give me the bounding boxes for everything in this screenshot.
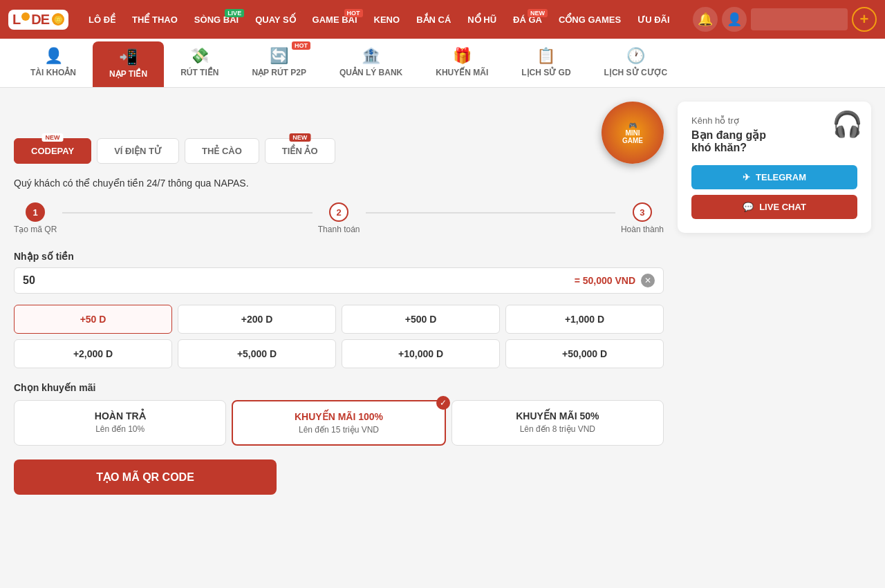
notification-button[interactable]: 🔔 [693,7,718,32]
ruttien-icon: 💸 [190,47,209,65]
taikhoan-label: TÀI KHOẢN [30,68,76,77]
amount-clear-button[interactable]: ✕ [641,274,655,287]
second-navigation: 👤 TÀI KHOẢN 📲 NẠP TIỀN 💸 RÚT TIỀN HOT 🔄 … [0,39,885,88]
logo-coin: 🪙 [52,13,64,26]
nav-item-quayso[interactable]: QUAY SỐ [248,10,302,29]
history-icon: 📋 [537,47,555,65]
nav-item-nohu[interactable]: NỔ HŨ [460,10,503,29]
nav-item-songbai[interactable]: SÒNG BÀI LIVE [187,10,245,29]
nav-badge-live: LIVE [225,9,244,17]
tab-thecao[interactable]: THẺ CÀO [185,138,259,164]
user-button[interactable]: 👤 [722,7,747,32]
naptien-label: NẠP TIỀN [109,69,147,79]
sec-nav-naptien[interactable]: 📲 NẠP TIỀN [93,41,164,87]
sec-nav-naprutp2p[interactable]: HOT 🔄 NẠP RÚT P2P [235,40,322,86]
livechat-button[interactable]: 💬 LIVE CHAT [691,195,857,219]
bank-label: QUẢN LÝ BANK [339,68,402,77]
promo-icon: 🎁 [453,47,472,65]
amount-vnd: = 50,000 VND [575,275,635,286]
quick-amounts: +50 D +200 D +500 D +1,000 D +2,000 D +5… [14,305,664,368]
taikhoan-icon: 👤 [44,47,63,65]
steps-row: 1 Tạo mã QR 2 Thanh toán 3 Hoàn thành [14,202,664,234]
tab-vidigienten[interactable]: VÍ ĐIỆN TỬ [97,138,179,164]
support-card: 🎧 Kênh hỗ trợ Bạn đang gặpkhó khăn? ✈ TE… [678,102,871,233]
sec-nav-lichsugd[interactable]: 📋 LỊCH SỬ GD [505,40,587,86]
telegram-button[interactable]: ✈ TELEGRAM [691,165,857,189]
info-text: Quý khách có thể chuyển tiền 24/7 thông … [14,178,664,189]
logo-dot [21,12,30,21]
sec-nav-taikhoan[interactable]: 👤 TÀI KHOẢN [14,40,93,86]
nav-item-thethao[interactable]: THỂ THAO [125,10,185,29]
promo-100-title: KHUYẾN MÃI 100% [244,411,433,422]
promo-50-title: KHUYẾN MÃI 50% [463,410,652,421]
bank-icon: 🏦 [362,47,380,65]
promo-100-sub: Lên đến 15 triệu VND [244,425,433,435]
naptien-icon: 📲 [119,48,138,66]
promo-100-check: ✓ [436,396,450,410]
p2p-icon: 🔄 [270,47,288,65]
quick-btn-50[interactable]: +50 D [14,305,172,334]
livechat-label: LIVE CHAT [759,202,806,212]
mini-game-label: 🎮MINIGAME [622,122,643,144]
main-content: NEW CODEPAY VÍ ĐIỆN TỬ THẺ CÀO NEW TIỀN … [0,88,885,509]
nav-item-banca[interactable]: BẮN CÁ [409,10,458,29]
quick-btn-10000[interactable]: +10,000 D [342,339,500,368]
tab-tienao[interactable]: NEW TIỀN ẢO [265,138,335,164]
livechat-icon: 💬 [743,202,754,212]
logo-text2: DE [31,12,49,28]
nav-item-daga[interactable]: ĐÁ GÀ NEW [506,10,549,29]
ruttien-label: RÚT TIỀN [180,68,218,77]
nav-item-keno[interactable]: KENO [367,10,407,29]
quick-btn-2000[interactable]: +2,000 D [14,339,172,368]
lichsucuoc-label: LỊCH SỬ CƯỢC [604,68,668,77]
support-headset-icon: 🎧 [832,110,863,139]
user-input[interactable] [751,8,848,30]
step-2-circle: 2 [329,202,348,222]
codepay-badge: NEW [42,133,64,142]
sec-nav-quanlybank[interactable]: 🏦 QUẢN LÝ BANK [323,40,419,86]
payment-tabs: NEW CODEPAY VÍ ĐIỆN TỬ THẺ CÀO NEW TIỀN … [14,102,664,164]
promo-row: HOÀN TRẢ Lên đến 10% ✓ KHUYẾN MÃI 100% L… [14,400,664,446]
quick-btn-200[interactable]: +200 D [178,305,336,334]
step-1: 1 Tạo mã QR [14,202,57,234]
promo-hoantra[interactable]: HOÀN TRẢ Lên đến 10% [14,400,226,446]
nav-item-lode[interactable]: LÔ ĐỀ [82,10,122,29]
sec-nav-khuyenmai[interactable]: 🎁 KHUYẾN MÃI [419,40,505,86]
p2p-badge: HOT [292,41,310,50]
left-panel: NEW CODEPAY VÍ ĐIỆN TỬ THẺ CÀO NEW TIỀN … [14,102,664,495]
tienao-label: TIỀN ẢO [282,146,318,156]
quick-btn-5000[interactable]: +5,000 D [178,339,336,368]
top-navigation: L DE 🪙 LÔ ĐỀ THỂ THAO SÒNG BÀI LIVE QUAY… [0,0,885,39]
vidientu-label: VÍ ĐIỆN TỬ [114,146,162,156]
quick-btn-500[interactable]: +500 D [342,305,500,334]
quick-btn-50000[interactable]: +50,000 D [505,339,664,368]
add-button[interactable]: + [852,7,877,32]
tab-codepay[interactable]: NEW CODEPAY [14,138,91,164]
mini-game-area[interactable]: 🎮MINIGAME [602,102,664,164]
nav-item-uudai[interactable]: ƯU ĐÃI [631,10,676,29]
amount-input[interactable] [23,274,569,287]
step-3-circle: 3 [633,202,652,222]
quick-btn-1000[interactable]: +1,000 D [505,305,664,334]
promo-hoantra-sub: Lên đến 10% [26,424,214,434]
promo-50-sub: Lên đến 8 triệu VND [463,424,652,434]
submit-button[interactable]: TẠO MÃ QR CODE [14,459,277,495]
promo-50[interactable]: KHUYẾN MÃI 50% Lên đến 8 triệu VND [451,400,664,446]
nav-item-gamebai[interactable]: GAME BÀI HOT [306,10,364,29]
logo[interactable]: L DE 🪙 [8,10,71,30]
step-3: 3 Hoàn thành [621,202,664,234]
step-1-circle: 1 [26,202,45,222]
sec-nav-ruttien[interactable]: 💸 RÚT TIỀN [164,40,235,86]
p2p-label: NẠP RÚT P2P [252,68,306,77]
promo-hoantra-title: HOÀN TRẢ [26,410,214,421]
mini-game-circle[interactable]: 🎮MINIGAME [602,102,664,164]
telegram-label: TELEGRAM [756,172,806,182]
nav-item-conggames[interactable]: CỔNG GAMES [552,10,628,29]
logo-text: L [12,12,20,28]
codepay-label: CODEPAY [31,146,74,156]
sec-nav-lichsucuoc[interactable]: 🕐 LỊCH SỬ CƯỢC [588,40,684,86]
promo-label: KHUYẾN MÃI [436,68,488,77]
thecao-label: THẺ CÀO [202,146,242,156]
step-3-label: Hoàn thành [621,225,664,234]
promo-100[interactable]: ✓ KHUYẾN MÃI 100% Lên đến 15 triệu VND [232,400,445,446]
